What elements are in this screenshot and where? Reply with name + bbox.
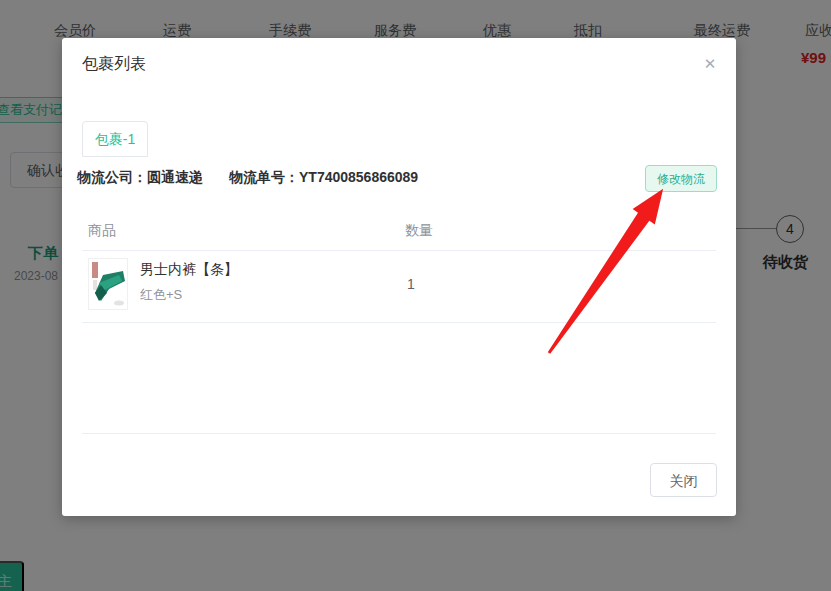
table-row-divider — [82, 322, 716, 323]
close-icon[interactable]: ✕ — [700, 54, 720, 74]
screen: 会员价 运费 手续费 服务费 优惠 抵扣 最终运费 应收金额 ¥99 查看支付记… — [0, 0, 831, 591]
product-quantity: 1 — [407, 276, 415, 292]
product-image-drawing — [89, 259, 127, 309]
table-bottom-divider — [82, 433, 716, 434]
logistics-company: 物流公司：圆通速递 — [77, 169, 203, 187]
table-header-divider — [82, 250, 716, 251]
table-header-quantity: 数量 — [405, 222, 433, 240]
modify-logistics-button[interactable]: 修改物流 — [645, 165, 717, 192]
logistics-info: 物流公司：圆通速递 物流单号：YT7400856866089 — [77, 169, 418, 187]
product-spec: 红色+S — [140, 286, 182, 304]
product-image — [88, 258, 128, 310]
table-header-product: 商品 — [88, 222, 116, 240]
tab-package-1[interactable]: 包裹-1 — [82, 121, 148, 157]
product-name: 男士内裤【条】 — [140, 261, 238, 279]
dialog-title: 包裹列表 — [82, 54, 146, 75]
package-list-dialog: 包裹列表 ✕ 包裹-1 物流公司：圆通速递 物流单号：YT74008568660… — [62, 38, 736, 516]
close-button[interactable]: 关闭 — [650, 463, 717, 497]
logistics-tracking-number: 物流单号：YT7400856866089 — [229, 169, 418, 187]
